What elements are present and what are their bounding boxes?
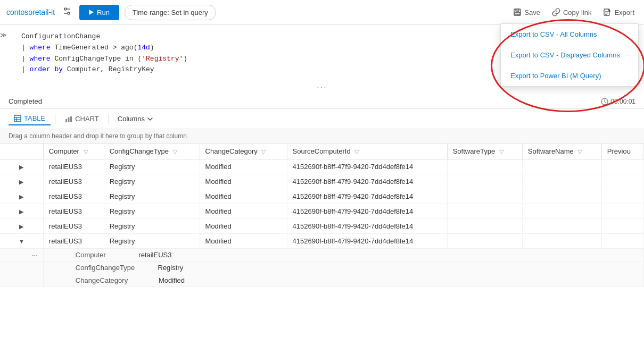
svg-rect-12 <box>14 115 21 122</box>
svg-point-3 <box>68 12 70 14</box>
row-expand-button[interactable]: ▶ <box>19 179 23 186</box>
table-header-row: Computer ▽ ConfigChangeType ▽ ChangeCate… <box>0 144 644 159</box>
cell-software-type <box>447 204 522 219</box>
filter-settings-button[interactable] <box>60 4 74 20</box>
detail-config-value: Registry <box>158 264 184 272</box>
cell-change-category: Modified <box>200 234 287 249</box>
query-expand-button[interactable]: ≫ <box>0 31 7 39</box>
tab-chart-label: CHART <box>75 115 99 123</box>
results-table-wrapper[interactable]: Computer ▽ ConfigChangeType ▽ ChangeCate… <box>0 144 644 287</box>
export-csv-all-button[interactable]: Export to CSV - All Columns <box>501 24 638 45</box>
cell-software-name <box>522 219 601 234</box>
column-header-source-computer-id[interactable]: SourceComputerId ▽ <box>287 144 447 159</box>
cell-config-change-type: Registry <box>104 234 200 249</box>
time-range-button[interactable]: Time range: Set in query <box>125 5 216 20</box>
table-row: ▶ retailEUS3 Registry Modified 4152690f-… <box>0 159 644 174</box>
column-header-change-category[interactable]: ChangeCategory ▽ <box>200 144 287 159</box>
cell-software-type <box>447 174 522 189</box>
row-expand-button[interactable]: ▶ <box>19 223 23 230</box>
save-button[interactable]: Save <box>510 6 543 19</box>
expanded-detail-row: ConfigChangeType Registry <box>0 262 644 274</box>
results-table: Computer ▽ ConfigChangeType ▽ ChangeCate… <box>0 144 644 287</box>
cell-change-category: Modified <box>200 159 287 174</box>
cell-source-computer-id: 4152690f-b8ff-47f9-9420-7dd4def8fe14 <box>287 174 447 189</box>
row-expand-button[interactable]: ▶ <box>19 193 23 200</box>
cell-config-change-type: Registry <box>104 159 200 174</box>
cell-software-name <box>522 159 601 174</box>
cell-software-name <box>522 234 601 249</box>
export-power-bi-button[interactable]: Export to Power BI (M Query) <box>501 65 638 86</box>
export-button[interactable]: Export <box>600 6 638 19</box>
filter-icon-computer[interactable]: ▽ <box>84 148 88 155</box>
detail-computer-value: retailEUS3 <box>138 251 171 259</box>
cell-software-name <box>522 204 601 219</box>
cell-software-type <box>447 159 522 174</box>
cell-software-type <box>447 234 522 249</box>
cell-change-category: Modified <box>200 174 287 189</box>
filter-icon-source[interactable]: ▽ <box>354 148 359 155</box>
svg-rect-18 <box>70 116 72 122</box>
copy-link-button[interactable]: Copy link <box>549 6 595 19</box>
cell-source-computer-id: 4152690f-b8ff-47f9-9420-7dd4def8fe14 <box>287 234 447 249</box>
svg-rect-16 <box>65 119 67 122</box>
cell-computer: retailEUS3 <box>43 174 104 189</box>
row-expand-button[interactable]: ▶ <box>19 208 23 215</box>
table-row: ▶ retailEUS3 Registry Modified 4152690f-… <box>0 219 644 234</box>
tab-table[interactable]: TABLE <box>9 112 51 125</box>
detail-category-label: ChangeCategory <box>76 276 128 284</box>
copy-link-label: Copy link <box>563 9 591 16</box>
column-header-software-name[interactable]: SoftwareName ▽ <box>522 144 601 159</box>
play-icon <box>89 10 94 15</box>
filter-icon-config[interactable]: ▽ <box>173 148 177 155</box>
cell-computer: retailEUS3 <box>43 189 104 204</box>
filter-icon-software-type[interactable]: ▽ <box>499 148 503 155</box>
detail-computer-label: Computer <box>76 251 106 259</box>
table-row: ▶ retailEUS3 Registry Modified 4152690f-… <box>0 204 644 219</box>
columns-button[interactable]: Columns <box>113 113 158 125</box>
tab-separator <box>55 114 55 124</box>
time-value: 00:00:01 <box>610 98 635 105</box>
cell-change-category: Modified <box>200 189 287 204</box>
export-csv-displayed-button[interactable]: Export to CSV - Displayed Columns <box>501 45 638 65</box>
sliders-icon <box>62 6 72 16</box>
column-header-config-change-type[interactable]: ConfigChangeType ▽ <box>104 144 200 159</box>
save-icon <box>513 8 522 16</box>
row-collapse-button[interactable]: ▼ <box>19 238 24 245</box>
table-row: ▶ retailEUS3 Registry Modified 4152690f-… <box>0 189 644 204</box>
cell-previous <box>601 234 643 249</box>
detail-category-value: Modified <box>159 276 185 284</box>
chevron-down-icon <box>147 116 153 122</box>
tab-table-label: TABLE <box>24 114 45 122</box>
workspace-link[interactable]: contosoretail-it <box>6 8 55 16</box>
table-row-expanded: ▼ retailEUS3 Registry Modified 4152690f-… <box>0 234 644 249</box>
results-toolbar: TABLE CHART Columns <box>0 109 644 129</box>
row-expand-button[interactable]: ▶ <box>19 164 23 171</box>
chart-icon <box>65 115 72 123</box>
svg-rect-6 <box>515 12 520 15</box>
status-bar: Completed 00:00:01 <box>0 94 644 109</box>
expanded-detail-row: ··· Computer retailEUS3 <box>0 249 644 262</box>
column-header-software-type[interactable]: SoftwareType ▽ <box>447 144 522 159</box>
cell-software-name <box>522 174 601 189</box>
cell-source-computer-id: 4152690f-b8ff-47f9-9420-7dd4def8fe14 <box>287 204 447 219</box>
tab-chart[interactable]: CHART <box>60 113 104 125</box>
cell-software-name <box>522 189 601 204</box>
cell-previous <box>601 159 643 174</box>
column-header-previous[interactable]: Previou <box>601 144 643 159</box>
column-header-computer[interactable]: Computer ▽ <box>43 144 104 159</box>
columns-label: Columns <box>118 115 145 123</box>
cell-computer: retailEUS3 <box>43 219 104 234</box>
filter-icon-software-name[interactable]: ▽ <box>577 148 582 155</box>
svg-rect-5 <box>516 9 519 11</box>
svg-rect-17 <box>68 117 70 122</box>
cell-previous <box>601 219 643 234</box>
cell-change-category: Modified <box>200 219 287 234</box>
expanded-detail-row: ChangeCategory Modified <box>0 274 644 287</box>
run-button[interactable]: Run <box>79 5 119 20</box>
cell-software-type <box>447 219 522 234</box>
cell-previous <box>601 189 643 204</box>
run-label: Run <box>97 9 110 16</box>
cell-config-change-type: Registry <box>104 189 200 204</box>
filter-icon-category[interactable]: ▽ <box>261 148 266 155</box>
cell-previous <box>601 204 643 219</box>
